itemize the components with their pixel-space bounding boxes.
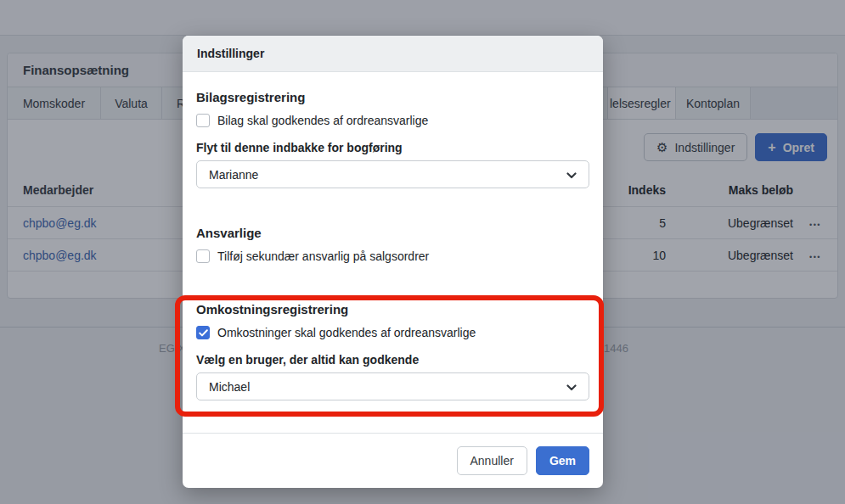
bilag-checkbox[interactable] <box>196 114 210 127</box>
save-button[interactable]: Gem <box>536 446 589 475</box>
approver-select-label: Vælg en bruger, der altid kan godkende <box>196 353 589 367</box>
modal-title: Indstillinger <box>197 47 264 60</box>
section-heading-omkostningsregistrering: Omkostningsregistrering <box>196 302 589 316</box>
modal-body: Bilagsregistrering Bilag skal godkendes … <box>183 90 603 400</box>
bilag-checkbox-row: Bilag skal godkendes af ordreansvarlige <box>196 114 589 127</box>
omkostning-checkbox[interactable] <box>196 326 210 339</box>
approver-select[interactable]: Michael <box>196 372 589 400</box>
settings-modal: Indstillinger Bilagsregistrering Bilag s… <box>183 36 603 488</box>
approver-select-value: Michael <box>209 380 250 394</box>
cancel-button[interactable]: Annuller <box>457 446 527 475</box>
chevron-down-icon <box>566 380 577 394</box>
omkostning-checkbox-label: Omkostninger skal godkendes af ordreansv… <box>217 326 476 339</box>
inbox-select[interactable]: Marianne <box>196 160 589 188</box>
section-heading-bilagsregistrering: Bilagsregistrering <box>196 90 589 104</box>
omkostning-checkbox-row: Omkostninger skal godkendes af ordreansv… <box>196 326 589 339</box>
ansvarlige-checkbox-row: Tilføj sekundær ansvarlig på salgsordrer <box>196 249 589 263</box>
inbox-select-value: Marianne <box>209 168 258 182</box>
checkmark-icon <box>199 329 208 337</box>
bilag-checkbox-label: Bilag skal godkendes af ordreansvarlige <box>217 114 428 127</box>
ansvarlige-checkbox[interactable] <box>196 249 210 263</box>
screen: Finansopsætning Momskoder Valuta Re lels… <box>0 0 845 504</box>
ansvarlige-checkbox-label: Tilføj sekundær ansvarlig på salgsordrer <box>217 249 429 263</box>
section-heading-ansvarlige: Ansvarlige <box>196 226 589 240</box>
chevron-down-icon <box>566 168 577 182</box>
modal-footer: Annuller Gem <box>183 433 603 488</box>
modal-header: Indstillinger <box>183 36 603 72</box>
inbox-select-label: Flyt til denne indbakke for bogføring <box>196 141 589 154</box>
